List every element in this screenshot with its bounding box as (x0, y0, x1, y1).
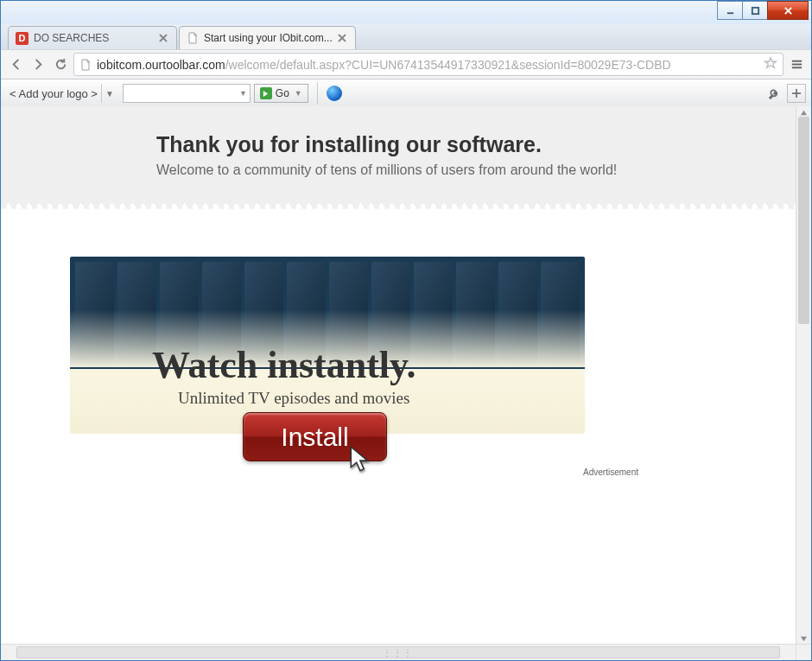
install-button-wrap: Install (243, 412, 387, 461)
tab-do-searches[interactable]: D DO SEARCHES (8, 26, 177, 49)
svg-marker-17 (801, 636, 807, 640)
tab-strip: D DO SEARCHES Start using your IObit.com… (1, 24, 811, 49)
nav-bar: iobitcom.ourtoolbar.com/welcome/default.… (1, 49, 811, 79)
reload-button[interactable] (51, 55, 70, 74)
url-path: /welcome/default.aspx?CUI=UN674135449173… (225, 58, 671, 72)
chrome-menu-button[interactable] (787, 55, 806, 74)
svg-rect-1 (752, 7, 758, 13)
page-title: Thank you for installing our software. (156, 132, 796, 157)
ad-banner[interactable]: Watch instantly. Unlimited TV episodes a… (70, 257, 585, 434)
vertical-scrollbar[interactable] (796, 106, 811, 645)
url-host: iobitcom.ourtoolbar.com (97, 58, 225, 72)
bookmark-star-icon[interactable] (764, 56, 777, 73)
ad-subhead: Unlimited TV episodes and movies (178, 389, 585, 408)
window-maximize-button[interactable] (742, 1, 768, 20)
advertisement: Watch instantly. Unlimited TV episodes a… (70, 257, 585, 434)
scrollbar-thumb[interactable] (798, 117, 809, 324)
ad-headline: Watch instantly. (152, 343, 585, 387)
url-text: iobitcom.ourtoolbar.com/welcome/default.… (97, 58, 758, 72)
page-subtitle: Welcome to a community of tens of millio… (156, 162, 796, 178)
logo-dropdown-icon[interactable]: ▼ (102, 89, 117, 99)
scrollbar-thumb[interactable]: ⋮⋮⋮ (16, 646, 780, 658)
install-label: Install (281, 423, 348, 452)
search-dropdown-icon[interactable]: ▼ (239, 89, 247, 98)
window-minimize-button[interactable] (717, 1, 743, 20)
horizontal-scrollbar[interactable]: ⋮⋮⋮ (1, 644, 811, 660)
toolbar-search-input[interactable]: ▼ (123, 84, 251, 103)
go-arrow-icon (260, 87, 272, 99)
add-button[interactable] (787, 84, 806, 103)
forward-button[interactable] (29, 55, 48, 74)
ad-label: Advertisement (583, 467, 638, 477)
tab-close-icon[interactable] (159, 33, 169, 43)
hero-section: Thank you for installing our software. W… (1, 106, 796, 202)
go-button[interactable]: Go ▼ (254, 84, 308, 103)
svg-marker-15 (351, 447, 367, 471)
logo-slot[interactable]: < Add your logo > (6, 84, 102, 103)
page-content: Thank you for installing our software. W… (1, 106, 796, 645)
viewport: Thank you for installing our software. W… (1, 106, 811, 645)
address-bar[interactable]: iobitcom.ourtoolbar.com/welcome/default.… (73, 53, 783, 76)
browser-window: D DO SEARCHES Start using your IObit.com… (0, 0, 812, 661)
window-close-button[interactable] (767, 1, 809, 20)
svg-marker-12 (263, 90, 268, 96)
globe-icon[interactable] (327, 86, 342, 101)
dosearches-favicon: D (16, 32, 29, 45)
window-titlebar (1, 1, 811, 24)
tab-title: DO SEARCHES (34, 32, 154, 44)
scroll-down-icon[interactable] (796, 632, 811, 645)
toolbar-separator (317, 82, 318, 105)
back-button[interactable] (6, 55, 25, 74)
extension-toolbar: < Add your logo > ▼ ▼ Go ▼ (1, 79, 811, 108)
page-favicon (187, 32, 199, 44)
page-icon (79, 59, 92, 71)
svg-marker-8 (765, 58, 776, 68)
wrench-icon[interactable] (764, 84, 783, 103)
scrollbar-corner (796, 645, 811, 660)
go-label: Go (276, 87, 289, 99)
tab-close-icon[interactable] (338, 33, 348, 43)
tab-iobit-welcome[interactable]: Start using your IObit.com... (179, 26, 356, 49)
svg-marker-16 (801, 110, 807, 114)
cursor-icon (346, 445, 376, 477)
tab-title: Start using your IObit.com... (204, 32, 333, 44)
go-dropdown-icon[interactable]: ▼ (295, 89, 302, 98)
torn-edge (1, 202, 796, 209)
